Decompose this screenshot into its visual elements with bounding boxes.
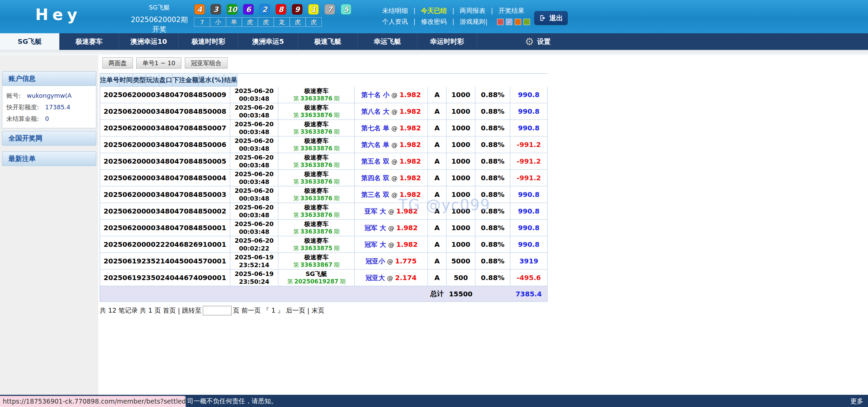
bet-rebate-cell: 0.88% — [475, 136, 510, 153]
bet-odds: 1.982 — [396, 207, 418, 215]
bet-play-line: 冠军 大 @ 1.982 — [364, 241, 418, 248]
period-number: 33633867 — [300, 261, 333, 268]
game-tab[interactable]: 幸运飞艇 — [358, 33, 417, 50]
bet-date: 2025-06-19 — [235, 270, 274, 278]
period-suffix: 期 — [334, 261, 339, 268]
table-column-header: 结果 — [224, 74, 237, 87]
bet-result-cell: -991.2 — [510, 136, 548, 153]
bet-id-cell: 20250620000348047084850005 — [100, 153, 230, 170]
menu-item[interactable]: 开奖结果 — [498, 6, 524, 15]
sidebar-item-national-draws[interactable]: 全国开奖网 — [2, 131, 96, 146]
menu-item[interactable]: 游戏规则 — [460, 17, 486, 26]
bet-play-link[interactable]: 第八名 大 — [361, 108, 390, 115]
next-page-link[interactable]: 后一页 — [286, 306, 305, 315]
bet-game-type: 极速赛车 — [304, 153, 329, 161]
bet-time: 00:02:22 — [239, 244, 270, 252]
bet-game-type: 极速赛车 — [304, 187, 329, 195]
bet-play-line: 第五名 双 @ 1.982 — [361, 158, 421, 165]
bet-play-link[interactable]: 第六名 单 — [361, 141, 390, 149]
bet-plate-cell: A — [428, 220, 447, 236]
period-prefix: 第 — [293, 245, 299, 252]
menu-item[interactable]: 今天已结 — [421, 6, 459, 15]
filter-button[interactable]: 两面盘 — [102, 57, 133, 69]
menu-item[interactable]: 未结明细 — [382, 6, 421, 15]
bet-type-cell: 极速赛车 第33633876期 — [278, 87, 355, 103]
jump-suffix: 页 — [233, 306, 241, 315]
first-page-link[interactable]: 首页 — [163, 306, 176, 315]
bet-odds: 2.174 — [395, 274, 416, 282]
game-tab[interactable]: 极速飞艇 — [298, 33, 358, 50]
result-ball: 3 — [211, 4, 221, 15]
period-number: 33633876 — [300, 195, 333, 202]
bet-play-link[interactable]: 第三名 双 — [361, 191, 390, 199]
bet-type-cell: 极速赛车 第33633876期 — [278, 103, 355, 120]
period-number: 33633876 — [300, 211, 333, 218]
bet-play-cell: 冠亚小 @ 1.775 — [355, 253, 428, 270]
bet-play-link[interactable]: 第七名 单 — [361, 124, 390, 132]
game-tab[interactable]: SG飞艇 — [0, 33, 59, 50]
footer-more-link[interactable]: 更多 — [850, 395, 863, 407]
bet-game-type: SG飞艇 — [305, 270, 327, 278]
theme-swatch[interactable] — [497, 19, 504, 25]
page-jump-input[interactable] — [203, 306, 232, 315]
bet-time-cell: 2025-06-20 00:03:48 — [230, 120, 278, 136]
settings-button[interactable]: ⚙ 设置 — [525, 33, 551, 50]
menu-item[interactable]: 个人资讯 — [382, 17, 421, 26]
bet-id-cell: 20250620000348047084850008 — [100, 103, 230, 120]
game-tab[interactable]: 极速赛车 — [59, 33, 119, 50]
filter-button[interactable]: 冠亚军组合 — [185, 57, 228, 69]
bet-time: 00:03:48 — [239, 128, 270, 136]
menu-item[interactable]: 修改密码 — [421, 17, 459, 26]
period-number: 33633876 — [300, 128, 333, 135]
theme-swatch[interactable] — [515, 19, 521, 25]
settings-label: 设置 — [537, 37, 551, 46]
filter-button[interactable]: 单号1 ~ 10 — [136, 57, 181, 69]
game-tab[interactable]: 幸运时时彩 — [417, 33, 477, 50]
theme-swatch[interactable]: ✓ — [506, 19, 512, 25]
gear-icon: ⚙ — [525, 36, 534, 48]
pagination-bar: 共 12 笔记录 共 1 页 首页 | 跳转至页 前一页 『 1 』 后一页 |… — [100, 306, 868, 315]
bet-play-link[interactable]: 冠军 大 — [364, 241, 386, 248]
bet-play-link[interactable]: 冠军 大 — [364, 224, 386, 232]
period-number: 33633876 — [300, 228, 333, 235]
result-ball: 6 — [243, 4, 254, 15]
bet-plate-cell: A — [428, 103, 447, 120]
bet-play-link[interactable]: 第四名 双 — [361, 174, 390, 182]
sidebar-item-latest-bets[interactable]: 最新注单 — [2, 151, 96, 166]
bet-period: 第33633876期 — [293, 128, 340, 136]
period-number: 33633876 — [300, 178, 333, 185]
bet-time: 23:52:14 — [239, 261, 270, 269]
bet-play-cell: 第六名 单 @ 1.982 — [355, 136, 428, 153]
theme-swatch[interactable] — [524, 19, 530, 25]
result-ball: 7 — [324, 4, 335, 15]
account-row-label: 账号: — [6, 90, 21, 101]
bets-table-header: 注单号 时间 类型 玩法 盘口 下注金额 退水(%) 结果 — [100, 74, 548, 87]
bet-amount-cell: 1000 — [447, 153, 475, 170]
bet-row: 20250620000348047084850002 2025-06-20 00… — [100, 203, 548, 220]
game-tab[interactable]: 澳洲幸运5 — [238, 33, 298, 50]
result-ball: 5 — [341, 4, 351, 15]
bet-play-line: 第六名 单 @ 1.982 — [361, 141, 421, 149]
menu-item[interactable]: 两周报表 — [460, 6, 498, 15]
bet-id-cell: 20250620000348047084850002 — [100, 203, 230, 220]
game-tab[interactable]: 极速时时彩 — [179, 33, 238, 50]
bet-play-link[interactable]: 亚军 大 — [364, 207, 386, 215]
last-page-link[interactable]: 末页 — [312, 306, 324, 315]
bet-result-cell: 990.8 — [510, 220, 548, 236]
bet-play-link[interactable]: 第五名 双 — [361, 158, 390, 165]
account-row-value: 0 — [45, 113, 49, 125]
table-column-header: 退水(%) — [199, 74, 224, 87]
prev-page-link[interactable]: 前一页 — [241, 306, 261, 315]
bet-play-cell: 冠军 大 @ 1.982 — [355, 236, 428, 253]
bet-date: 2025-06-20 — [235, 153, 274, 161]
logout-button[interactable]: 退出 — [534, 11, 568, 25]
bet-play-link[interactable]: 冠亚小 — [366, 257, 385, 265]
bet-play-link[interactable]: 第十名 小 — [361, 91, 390, 99]
bet-id-cell: 20250620000348047084850004 — [100, 170, 230, 186]
account-row-value: 17385.4 — [45, 101, 70, 113]
bet-time-cell: 2025-06-19 23:52:14 — [230, 253, 278, 270]
bet-play-link[interactable]: 冠亚大 — [366, 274, 385, 282]
game-tab[interactable]: 澳洲幸运10 — [119, 33, 179, 50]
odds-at-symbol: @ — [391, 174, 397, 182]
bet-plate-cell: A — [428, 87, 447, 103]
